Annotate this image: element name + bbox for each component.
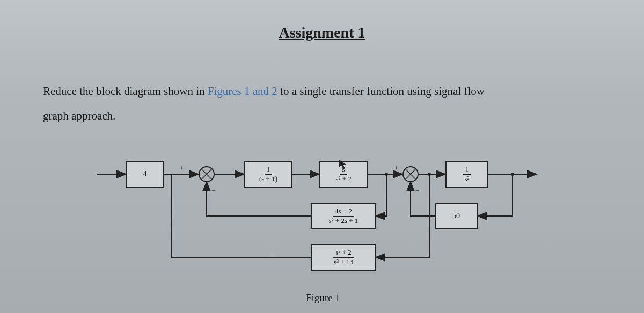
block-h2-label: 50 xyxy=(452,212,460,220)
block-h3: s² + 2 s³ + 14 xyxy=(311,244,376,271)
block-h1-num: 4s + 2 xyxy=(333,207,354,216)
problem-text-b: to a single transfer function using sign… xyxy=(277,85,485,98)
block-h1: 4s + 2 s² + 2s + 1 xyxy=(311,203,376,229)
block-g1: 1 (s + 1) xyxy=(244,161,292,188)
block-g3: 1 s² xyxy=(445,161,488,188)
block-h2: 50 xyxy=(435,203,478,229)
problem-figures: Figures 1 and 2 xyxy=(208,85,277,98)
page-title: Assignment 1 xyxy=(43,24,601,41)
problem-text-a: Reduce the block diagram shown in xyxy=(43,85,208,98)
svg-text:+: + xyxy=(180,164,184,172)
svg-text:−: − xyxy=(415,187,419,195)
block-g2: s s² + 2 xyxy=(319,161,368,188)
block-h3-num: s² + 2 xyxy=(333,249,353,257)
problem-statement: Reduce the block diagram shown in Figure… xyxy=(43,79,601,128)
block-g0: 4 xyxy=(126,161,164,188)
block-g2-den: s² + 2 xyxy=(333,175,353,183)
block-h3-den: s³ + 14 xyxy=(332,258,355,266)
block-g3-den: s² xyxy=(463,175,472,183)
svg-text:−: − xyxy=(191,176,194,184)
block-diagram: 4 + 1 (s + 1) xyxy=(97,145,547,305)
figure-caption: Figure 1 xyxy=(306,292,340,304)
block-g1-num: 1 xyxy=(265,166,273,174)
block-g1-den: (s + 1) xyxy=(257,175,280,183)
block-h1-den: s² + 2s + 1 xyxy=(327,217,361,225)
svg-text:+: + xyxy=(394,164,398,172)
block-g3-num: 1 xyxy=(463,166,471,174)
block-g0-label: 4 xyxy=(143,170,147,178)
problem-text-c: graph approach. xyxy=(43,109,115,122)
svg-text:−: − xyxy=(211,187,215,195)
